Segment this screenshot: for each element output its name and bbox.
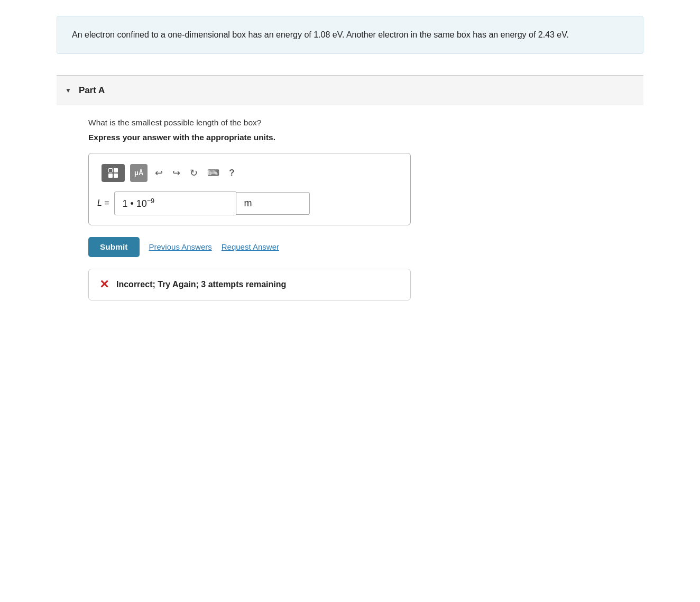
question-text: What is the smallest possible length of … — [88, 118, 612, 127]
undo-button[interactable]: ↩ — [153, 166, 165, 180]
keyboard-icon: ⌨ — [207, 168, 219, 177]
units-button[interactable]: μÅ — [130, 164, 148, 182]
units-label: μÅ — [134, 169, 143, 177]
answer-exponent: −9 — [147, 197, 154, 205]
redo-button[interactable]: ↪ — [170, 166, 182, 180]
help-button[interactable]: ? — [227, 167, 236, 179]
request-answer-button[interactable]: Request Answer — [222, 242, 279, 251]
answer-value-input[interactable]: 1 • 10−9 — [114, 191, 236, 215]
answer-box: μÅ ↩ ↪ ↻ ⌨ ? — [88, 153, 411, 225]
matrix-button[interactable] — [102, 164, 125, 182]
problem-text: An electron confined to a one-dimensiona… — [72, 30, 569, 39]
problem-statement: An electron confined to a one-dimensiona… — [57, 16, 643, 54]
refresh-button[interactable]: ↻ — [188, 166, 200, 180]
incorrect-icon: ✕ — [99, 278, 109, 291]
feedback-text: Incorrect; Try Again; 3 attempts remaini… — [116, 280, 286, 289]
submit-button[interactable]: Submit — [88, 237, 140, 257]
answer-value-text: 1 • 10−9 — [122, 197, 154, 209]
part-a-label: Part A — [79, 85, 105, 96]
toolbar: μÅ ↩ ↪ ↻ ⌨ ? — [97, 161, 402, 185]
answer-units-text: m — [244, 198, 252, 208]
help-icon: ? — [229, 168, 234, 178]
answer-label: L = — [97, 198, 109, 208]
previous-answers-button[interactable]: Previous Answers — [149, 242, 212, 251]
undo-icon: ↩ — [155, 167, 163, 179]
part-a-content: What is the smallest possible length of … — [57, 105, 643, 316]
part-a-header[interactable]: ▼ Part A — [57, 76, 643, 105]
keyboard-button[interactable]: ⌨ — [205, 167, 222, 179]
feedback-box: ✕ Incorrect; Try Again; 3 attempts remai… — [88, 269, 411, 300]
redo-icon: ↪ — [172, 167, 180, 179]
chevron-down-icon: ▼ — [65, 87, 71, 94]
instruction-text: Express your answer with the appropriate… — [88, 133, 612, 142]
part-a-section: ▼ Part A What is the smallest possible l… — [57, 75, 643, 316]
refresh-icon: ↻ — [190, 167, 198, 179]
answer-units-input[interactable]: m — [236, 192, 310, 215]
matrix-icon — [108, 168, 118, 178]
action-row: Submit Previous Answers Request Answer — [88, 237, 612, 257]
answer-input-row: L = 1 • 10−9 m — [97, 191, 402, 215]
